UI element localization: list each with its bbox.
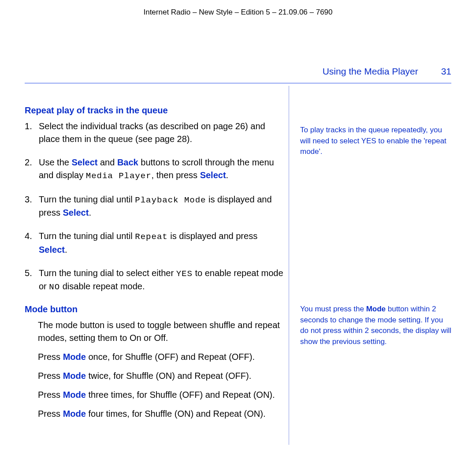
text: , then press xyxy=(152,170,200,180)
text: . xyxy=(226,170,229,180)
mode-press-4: Press Mode four times, for Shuffle (ON) … xyxy=(38,407,285,420)
page-number: 31 xyxy=(441,66,451,76)
step-4: Turn the tuning dial until Repeat is dis… xyxy=(25,230,285,256)
running-head: Using the Media Player 31 xyxy=(323,66,451,77)
text: is displayed and press xyxy=(168,231,257,241)
section-name: Using the Media Player xyxy=(323,66,418,76)
step-1: Select the individual tracks (as describ… xyxy=(25,120,285,146)
kw-select: Select xyxy=(71,157,97,167)
lcd-media-player: Media Player xyxy=(86,171,152,181)
kw-mode: Mode xyxy=(63,352,86,362)
step-5: Turn the tuning dial to select either YE… xyxy=(25,267,285,294)
steps-list: Select the individual tracks (as describ… xyxy=(25,120,285,294)
main-column: Repeat play of tracks in the queue Selec… xyxy=(25,86,289,445)
header-rule xyxy=(25,83,451,83)
sidenote-repeat: To play tracks in the queue repeatedly, … xyxy=(300,125,451,157)
text: twice, for Shuffle (ON) and Repeat (OFF)… xyxy=(86,371,251,381)
text: Turn the tuning dial until xyxy=(39,231,135,241)
text: You must press the xyxy=(300,305,366,313)
kw-mode: Mode xyxy=(63,371,86,381)
step-2: Use the Select and Back buttons to scrol… xyxy=(25,156,285,183)
lcd-no: NO xyxy=(49,282,60,292)
doc-header: Internet Radio – New Style – Edition 5 –… xyxy=(0,0,476,17)
mode-intro: The mode button is used to toggle betwee… xyxy=(38,319,285,344)
kw-select: Select xyxy=(39,245,65,254)
text: three times, for Shuffle (OFF) and Repea… xyxy=(86,390,275,400)
mode-press-2: Press Mode twice, for Shuffle (ON) and R… xyxy=(38,370,285,382)
text: disable repeat mode. xyxy=(60,281,145,291)
text: once, for Shuffle (OFF) and Repeat (OFF)… xyxy=(86,352,255,362)
text: Press xyxy=(38,371,63,381)
kw-select: Select xyxy=(200,170,226,180)
lcd-yes: YES xyxy=(176,269,193,279)
text: . xyxy=(65,245,67,254)
kw-mode: Mode xyxy=(366,305,386,313)
lcd-repeat: Repeat xyxy=(135,232,167,242)
kw-mode: Mode xyxy=(63,390,86,400)
text: Press xyxy=(38,352,63,362)
step-3: Turn the tuning dial until Playback Mode… xyxy=(25,193,285,220)
mode-press-1: Press Mode once, for Shuffle (OFF) and R… xyxy=(38,351,285,363)
heading-mode-button: Mode button xyxy=(25,304,285,314)
text: and xyxy=(97,157,117,167)
text: Press xyxy=(38,409,63,419)
kw-mode: Mode xyxy=(63,409,86,419)
text: Turn the tuning dial to select either xyxy=(39,268,176,278)
lcd-playback-mode: Playback Mode xyxy=(135,195,206,205)
kw-select: Select xyxy=(63,208,89,217)
text: Use the xyxy=(39,157,71,167)
mode-press-3: Press Mode three times, for Shuffle (OFF… xyxy=(38,389,285,401)
side-column: To play tracks in the queue repeatedly, … xyxy=(289,86,451,445)
text: Press xyxy=(38,390,63,400)
text: . xyxy=(89,208,91,217)
sidenote-mode: You must press the Mode button within 2 … xyxy=(300,304,451,348)
heading-repeat-play: Repeat play of tracks in the queue xyxy=(25,105,285,116)
kw-back: Back xyxy=(117,157,138,167)
text: four times, for Shuffle (ON) and Repeat … xyxy=(86,409,266,419)
text: Turn the tuning dial until xyxy=(39,194,135,204)
